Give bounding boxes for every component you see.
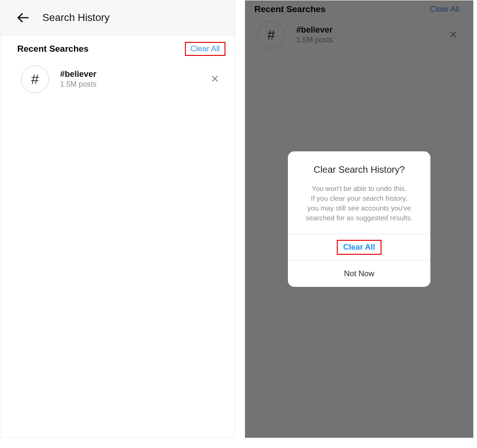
left-panel: Search History Recent Searches Clear All… [0, 0, 235, 438]
confirm-dialog: Clear Search History? You won't be able … [288, 151, 430, 287]
app-header: Search History [0, 0, 235, 35]
recent-searches-header: Recent Searches Clear All [0, 35, 235, 62]
dialog-clear-all-label: Clear All [337, 240, 382, 255]
search-history-item[interactable]: # #believer 1.5M posts ✕ [0, 62, 235, 96]
dialog-not-now-button[interactable]: Not Now [288, 260, 430, 287]
remove-item-button[interactable]: ✕ [208, 71, 222, 87]
section-title: Recent Searches [17, 44, 89, 54]
dialog-message: You won't be able to undo this. If you c… [295, 183, 423, 223]
modal-overlay[interactable]: Clear Search History? You won't be able … [245, 0, 473, 438]
dialog-clear-all-button[interactable]: Clear All [288, 234, 430, 260]
search-item-sub: 1.5M posts [60, 80, 208, 89]
dialog-body: Clear Search History? You won't be able … [288, 151, 430, 234]
arrow-left-icon [16, 11, 30, 25]
back-button[interactable] [14, 8, 32, 27]
search-item-name: #believer [60, 69, 208, 80]
page-title: Search History [42, 12, 109, 24]
search-item-text: #believer 1.5M posts [60, 69, 208, 89]
hashtag-icon: # [21, 65, 49, 93]
right-panel: Recent Searches Clear All # #believer 1.… [245, 0, 474, 438]
dialog-title: Clear Search History? [295, 164, 423, 175]
panel-gap [235, 0, 245, 448]
clear-all-link[interactable]: Clear All [185, 42, 225, 56]
